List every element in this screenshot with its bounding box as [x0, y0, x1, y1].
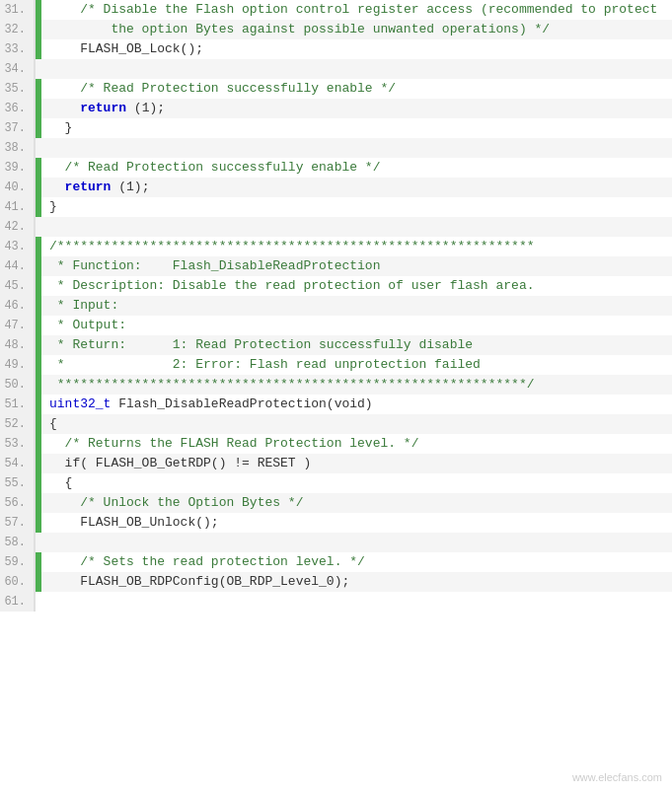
code-token: Flash_DisableReadProtection(void)	[111, 396, 372, 411]
watermark: www.elecfans.com	[572, 771, 662, 783]
table-row: 47. * Output:	[0, 316, 672, 335]
code-token: return	[80, 101, 126, 115]
table-row: 61.	[0, 592, 672, 612]
table-row: 34.	[0, 59, 672, 79]
line-number: 37.	[0, 118, 36, 138]
line-content: }	[41, 118, 672, 138]
line-content: return (1);	[41, 178, 672, 197]
code-token: * Input:	[49, 298, 118, 313]
line-number: 50.	[0, 375, 36, 395]
code-token: /* Read Protection successfully enable *…	[49, 81, 396, 96]
code-token	[49, 101, 80, 115]
table-row: 33. FLASH_OB_Lock();	[0, 39, 672, 59]
table-row: 56. /* Unlock the Option Bytes */	[0, 493, 672, 513]
table-row: 41.}	[0, 197, 672, 217]
line-number: 52.	[0, 414, 36, 434]
code-token: * 2: Error: Flash read unprotection fail…	[49, 357, 481, 372]
line-content: if( FLASH_OB_GetRDP() != RESET )	[41, 454, 672, 473]
code-token: * Function: Flash_DisableReadProtection	[49, 258, 380, 273]
line-content: /* Disable the Flash option control regi…	[41, 0, 672, 20]
line-number: 55.	[0, 473, 36, 493]
table-row: 60. FLASH_OB_RDPConfig(OB_RDP_Level_0);	[0, 572, 672, 592]
code-token: FLASH_OB_Lock();	[49, 41, 203, 56]
line-content: * Description: Disable the read protecti…	[41, 276, 672, 296]
table-row: 39. /* Read Protection successfully enab…	[0, 158, 672, 178]
code-token: /***************************************…	[49, 239, 534, 253]
table-row: 51.uint32_t Flash_DisableReadProtection(…	[0, 395, 672, 414]
line-number: 43.	[0, 237, 36, 256]
code-token: /* Unlock the Option Bytes */	[49, 495, 303, 510]
line-content: return (1);	[41, 99, 672, 118]
code-token: }	[49, 120, 72, 135]
line-number: 51.	[0, 395, 36, 414]
code-token: /* Sets the read protection level. */	[49, 554, 365, 569]
table-row: 48. * Return: 1: Read Protection success…	[0, 335, 672, 355]
code-token: * Description: Disable the read protecti…	[49, 278, 534, 293]
line-number: 44.	[0, 256, 36, 276]
code-token: ****************************************…	[49, 377, 534, 392]
table-row: 45. * Description: Disable the read prot…	[0, 276, 672, 296]
line-content	[41, 592, 672, 612]
code-token: /* Disable the Flash	[49, 2, 242, 17]
table-row: 50. ************************************…	[0, 375, 672, 395]
line-content: * Input:	[41, 296, 672, 316]
line-content: FLASH_OB_Unlock();	[41, 513, 672, 533]
table-row: 52.{	[0, 414, 672, 434]
table-row: 46. * Input:	[0, 296, 672, 316]
line-content: ****************************************…	[41, 375, 672, 395]
line-content: /* Unlock the Option Bytes */	[41, 493, 672, 513]
line-number: 34.	[0, 59, 36, 79]
line-number: 47.	[0, 316, 36, 335]
line-number: 61.	[0, 592, 36, 612]
code-token: * Output:	[49, 318, 126, 332]
code-token: (1);	[111, 180, 149, 194]
table-row: 44. * Function: Flash_DisableReadProtect…	[0, 256, 672, 276]
line-number: 59.	[0, 552, 36, 572]
line-content: FLASH_OB_Lock();	[41, 39, 672, 59]
code-token: {	[49, 416, 57, 431]
table-row: 42.	[0, 217, 672, 237]
table-row: 54. if( FLASH_OB_GetRDP() != RESET )	[0, 454, 672, 473]
code-token: option	[242, 2, 288, 17]
table-row: 53. /* Returns the FLASH Read Protection…	[0, 434, 672, 454]
table-row: 36. return (1);	[0, 99, 672, 118]
code-token: control register access (recommended to …	[288, 2, 657, 17]
line-number: 48.	[0, 335, 36, 355]
code-token: /* Returns the FLASH Read Protection lev…	[49, 436, 418, 451]
line-content: * 2: Error: Flash read unprotection fail…	[41, 355, 672, 375]
table-row: 31. /* Disable the Flash option control …	[0, 0, 672, 20]
line-content: * Return: 1: Read Protection successfull…	[41, 335, 672, 355]
line-number: 31.	[0, 0, 36, 20]
line-content: {	[41, 473, 672, 493]
line-number: 41.	[0, 197, 36, 217]
line-number: 39.	[0, 158, 36, 178]
line-content: /***************************************…	[41, 237, 672, 256]
table-row: 40. return (1);	[0, 178, 672, 197]
line-number: 54.	[0, 454, 36, 473]
table-row: 57. FLASH_OB_Unlock();	[0, 513, 672, 533]
line-content: /* Sets the read protection level. */	[41, 552, 672, 572]
line-content	[41, 138, 672, 158]
line-content: /* Returns the FLASH Read Protection lev…	[41, 434, 672, 454]
line-content: /* Read Protection successfully enable *…	[41, 158, 672, 178]
code-token: the option Bytes against possible unwant…	[49, 22, 550, 36]
code-token	[49, 180, 65, 194]
line-number: 32.	[0, 20, 36, 39]
table-row: 59. /* Sets the read protection level. *…	[0, 552, 672, 572]
code-token: * Return: 1: Read Protection successfull…	[49, 337, 473, 352]
line-content: uint32_t Flash_DisableReadProtection(voi…	[41, 395, 672, 414]
line-number: 36.	[0, 99, 36, 118]
code-token: {	[49, 475, 72, 490]
line-number: 33.	[0, 39, 36, 59]
line-content	[41, 533, 672, 552]
code-token: }	[49, 199, 57, 214]
line-content: {	[41, 414, 672, 434]
line-number: 49.	[0, 355, 36, 375]
line-number: 42.	[0, 217, 36, 237]
line-number: 38.	[0, 138, 36, 158]
code-token: if( FLASH_OB_GetRDP() != RESET )	[49, 456, 311, 470]
line-number: 57.	[0, 513, 36, 533]
code-container: 31. /* Disable the Flash option control …	[0, 0, 672, 793]
code-token: return	[65, 180, 112, 194]
line-number: 35.	[0, 79, 36, 99]
